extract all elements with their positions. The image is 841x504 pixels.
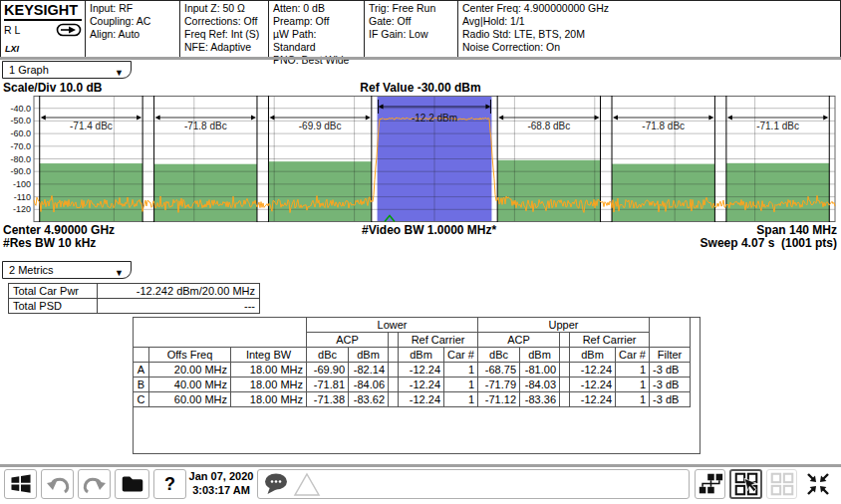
svg-text:-100: -100 xyxy=(13,179,31,189)
acp-cell: -83.36 xyxy=(520,392,560,407)
acp-cell: 18.00 MHz xyxy=(231,378,307,392)
grid-disabled-icon xyxy=(768,470,796,498)
redo-button[interactable] xyxy=(78,469,111,499)
header-info-line: IF Gain: Low xyxy=(369,28,453,41)
block-diagram-button[interactable] xyxy=(695,469,725,499)
acp-cell: -71.79 xyxy=(478,378,520,392)
header-info-line: Radio Std: LTE, BTS, 20M xyxy=(462,28,836,41)
acp-cell xyxy=(560,363,570,378)
svg-text:-71.8 dBc: -71.8 dBc xyxy=(184,121,227,131)
touch-pointer-icon xyxy=(732,470,760,498)
svg-text:-71.4 dBc: -71.4 dBc xyxy=(70,121,113,131)
header-info-line: Preamp: Off xyxy=(273,15,360,28)
header-info-line: Trig: Free Run xyxy=(369,2,453,15)
res-bw-label[interactable]: #Res BW 10 kHz xyxy=(3,236,96,250)
keysight-logo: KEYSIGHT xyxy=(4,2,82,21)
acp-results-table: Lower Upper ACP Ref Carrier ACP Ref Carr… xyxy=(133,317,691,407)
svg-text:-70.0: -70.0 xyxy=(10,141,31,151)
metrics-selector-dropdown[interactable]: 2 Metrics ▼ xyxy=(2,261,132,279)
acp-col-dbm: dBm xyxy=(520,348,560,363)
message-bubble-icon xyxy=(262,471,292,497)
header-info-line: NFE: Adaptive xyxy=(184,41,264,54)
graph-selector-label: 1 Graph xyxy=(9,64,49,76)
acp-cell: 1 xyxy=(616,378,650,392)
ref-value-label[interactable]: Ref Value -30.00 dBm xyxy=(321,81,520,95)
metric-name: Total Car Pwr xyxy=(9,284,98,299)
svg-text:-71.8 dBc: -71.8 dBc xyxy=(642,121,685,131)
acp-cell: 1 xyxy=(616,392,650,407)
svg-text:-68.8 dBc: -68.8 dBc xyxy=(527,121,570,131)
file-manager-button[interactable] xyxy=(115,469,149,499)
center-freq-label[interactable]: Center 4.90000 GHz xyxy=(3,223,115,237)
header-col-atten[interactable]: Atten: 0 dBPreamp: OffµW Path: StandardP… xyxy=(268,1,364,57)
touch-screen-button[interactable] xyxy=(729,469,762,499)
acp-cell: 40.00 MHz xyxy=(149,378,231,392)
metrics-row: Total PSD --- xyxy=(9,299,260,314)
sweep-label[interactable]: Sweep 4.07 s (1001 pts) xyxy=(701,236,837,250)
help-icon: ? xyxy=(164,474,175,495)
acp-subgroup-acp: ACP xyxy=(478,333,560,348)
acp-spacer xyxy=(389,348,399,363)
acp-filter-spacer xyxy=(650,318,691,348)
header-info-line: Noise Correction: On xyxy=(462,41,836,54)
collapse-arrows-icon xyxy=(803,469,833,499)
datetime-display: Jan 07, 2020 3:03:17 AM xyxy=(187,469,255,497)
header-info-line: Freq Ref: Int (S) xyxy=(184,28,264,41)
acp-group-upper: Upper xyxy=(478,318,650,333)
acp-cell xyxy=(560,392,570,407)
acp-col-car: Car # xyxy=(444,348,478,363)
svg-text:-90.0: -90.0 xyxy=(10,166,31,176)
scale-div-label[interactable]: Scale/Div 10.0 dB xyxy=(3,81,102,95)
acp-row-B: B40.00 MHz18.00 MHz-71.81-84.06-12.241-7… xyxy=(134,378,691,392)
logo-block: KEYSIGHT R L LXI xyxy=(1,1,85,57)
windows-start-button[interactable] xyxy=(4,469,37,499)
acp-subgroup-acp: ACP xyxy=(307,333,389,348)
redo-icon xyxy=(81,470,109,498)
svg-text:-110: -110 xyxy=(14,192,31,202)
collapse-view-button[interactable] xyxy=(801,469,835,499)
header-col-input-z[interactable]: Input Z: 50 ΩCorrections: OffFreq Ref: I… xyxy=(179,1,268,57)
acp-cell xyxy=(560,378,570,392)
lxi-badge: LXI xyxy=(5,43,19,56)
acp-cell: -84.03 xyxy=(520,378,560,392)
acp-cell: -12.24 xyxy=(399,378,444,392)
acp-cell xyxy=(389,378,399,392)
time-text: 3:03:17 AM xyxy=(187,483,255,497)
acp-cell xyxy=(389,392,399,407)
acp-table-body: A20.00 MHz18.00 MHz-69.90-82.14-12.241-6… xyxy=(134,363,691,407)
undo-icon xyxy=(44,470,72,498)
acp-col-offs-freq: Offs Freq xyxy=(149,348,231,363)
header-col-input[interactable]: Input: RFCoupling: ACAlign: Auto xyxy=(85,1,179,57)
header-col-center-freq[interactable]: Center Freq: 4.900000000 GHzAvg|Hold: 1/… xyxy=(457,1,840,57)
metrics-row: Total Car Pwr -12.242 dBm/20.00 MHz xyxy=(9,284,260,299)
header-info-line: µW Path: Standard xyxy=(273,28,360,54)
acp-cell: -82.14 xyxy=(349,363,389,378)
span-label[interactable]: Span 140 MHz xyxy=(756,223,837,237)
acp-col-integ-bw: Integ BW xyxy=(231,348,307,363)
acp-cell: -71.12 xyxy=(478,392,520,407)
acp-cell: -12.24 xyxy=(570,363,616,378)
svg-text:-71.1 dBc: -71.1 dBc xyxy=(756,121,799,131)
header-col-trig[interactable]: Trig: Free RunGate: OffIF Gain: Low xyxy=(364,1,457,57)
svg-text:-60.0: -60.0 xyxy=(10,128,31,138)
header-info-line: Align: Auto xyxy=(90,28,175,41)
windows-start-icon xyxy=(7,471,35,497)
acp-cell: -12.24 xyxy=(570,378,616,392)
acp-header-row-3: Offs Freq Integ BW dBc dBm dBm Car # dBc… xyxy=(134,348,691,363)
acp-cell: 18.00 MHz xyxy=(231,392,307,407)
graph-selector-dropdown[interactable]: 1 Graph ▼ xyxy=(2,61,132,79)
acp-header-row-1: Lower Upper xyxy=(134,318,691,333)
status-message-area[interactable] xyxy=(257,469,690,499)
video-bw-label[interactable]: #Video BW 1.0000 MHz* xyxy=(362,223,496,237)
acp-cell: -3 dB xyxy=(650,363,691,378)
metrics-selector-label: 2 Metrics xyxy=(9,264,54,276)
instrument-screen: KEYSIGHT R L LXI Input: RFCoupling: ACAl… xyxy=(0,0,841,504)
spectrum-plot[interactable]: -40.0-50.0-60.0-70.0-80.0-90.0-100-110-1… xyxy=(0,96,841,225)
undo-button[interactable] xyxy=(41,469,74,499)
header-info-line: Input: RF xyxy=(90,2,175,15)
svg-text:-50.0: -50.0 xyxy=(10,116,31,126)
acp-col-dbm: dBm xyxy=(570,348,616,363)
help-button[interactable]: ? xyxy=(153,469,186,499)
acp-col-dbc: dBc xyxy=(478,348,520,363)
folder-icon xyxy=(119,470,146,498)
